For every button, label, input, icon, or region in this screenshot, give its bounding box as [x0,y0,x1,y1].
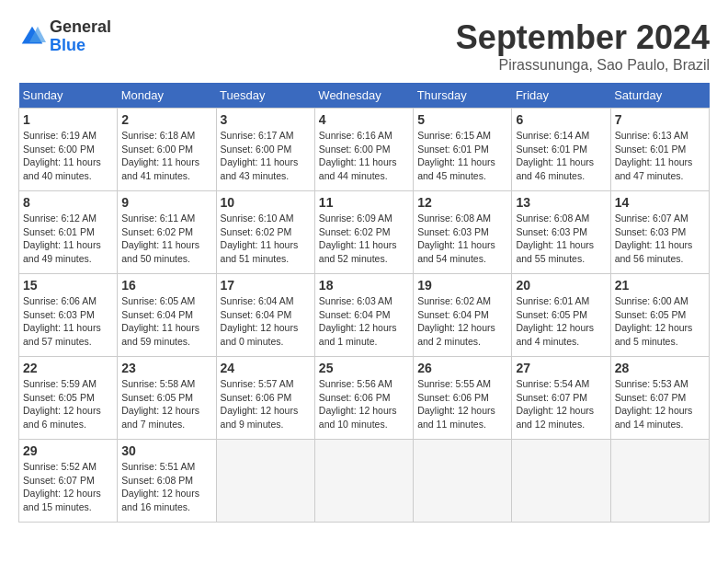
day-number: 9 [121,195,211,210]
weekday-header: Wednesday [314,83,413,109]
weekday-header: Thursday [414,83,512,109]
day-number: 15 [23,278,113,293]
logo-general-text: General [50,18,111,37]
calendar-cell: 4Sunrise: 6:16 AMSunset: 6:00 PMDaylight… [314,109,413,191]
calendar-cell [216,440,314,523]
day-number: 19 [417,278,507,293]
day-number: 29 [23,443,113,458]
day-number: 21 [615,278,705,293]
day-number: 14 [615,195,705,210]
day-info: Sunrise: 5:51 AMSunset: 6:08 PMDaylight:… [121,460,211,514]
day-info: Sunrise: 6:19 AMSunset: 6:00 PMDaylight:… [23,129,113,183]
day-number: 25 [319,361,409,375]
day-number: 18 [319,278,409,293]
logo-blue-text: Blue [50,37,111,55]
calendar-cell [512,440,610,523]
calendar-table: SundayMondayTuesdayWednesdayThursdayFrid… [18,83,710,523]
day-info: Sunrise: 6:03 AMSunset: 6:04 PMDaylight:… [319,294,409,349]
calendar-cell: 15Sunrise: 6:06 AMSunset: 6:03 PMDayligh… [19,274,118,357]
calendar-cell: 22Sunrise: 5:59 AMSunset: 6:05 PMDayligh… [19,357,118,440]
calendar-cell: 27Sunrise: 5:54 AMSunset: 6:07 PMDayligh… [512,357,610,440]
calendar-cell: 24Sunrise: 5:57 AMSunset: 6:06 PMDayligh… [216,357,314,440]
calendar-cell: 14Sunrise: 6:07 AMSunset: 6:03 PMDayligh… [610,191,709,274]
day-info: Sunrise: 6:15 AMSunset: 6:01 PMDaylight:… [417,129,507,183]
calendar-cell: 3Sunrise: 6:17 AMSunset: 6:00 PMDaylight… [216,109,314,191]
calendar-cell [610,440,709,523]
day-number: 16 [121,278,211,293]
week-row: 15Sunrise: 6:06 AMSunset: 6:03 PMDayligh… [19,274,710,357]
calendar-cell [314,440,413,523]
calendar-cell: 28Sunrise: 5:53 AMSunset: 6:07 PMDayligh… [610,357,709,440]
day-info: Sunrise: 6:04 AMSunset: 6:04 PMDaylight:… [221,294,311,349]
day-info: Sunrise: 6:10 AMSunset: 6:02 PMDaylight:… [221,212,311,266]
calendar-cell: 9Sunrise: 6:11 AMSunset: 6:02 PMDaylight… [118,191,216,274]
day-number: 28 [615,361,705,375]
calendar-cell: 30Sunrise: 5:51 AMSunset: 6:08 PMDayligh… [118,440,216,523]
calendar-cell: 20Sunrise: 6:01 AMSunset: 6:05 PMDayligh… [512,274,610,357]
day-info: Sunrise: 6:14 AMSunset: 6:01 PMDaylight:… [516,129,606,183]
logo-icon [18,23,46,51]
day-info: Sunrise: 5:57 AMSunset: 6:06 PMDaylight:… [221,377,311,431]
month-title: September 2024 [456,18,710,57]
weekday-header: Monday [118,83,216,109]
day-info: Sunrise: 5:56 AMSunset: 6:06 PMDaylight:… [319,377,409,431]
day-number: 4 [319,112,409,127]
day-number: 26 [417,361,507,375]
calendar-cell: 26Sunrise: 5:55 AMSunset: 6:06 PMDayligh… [414,357,512,440]
calendar-cell: 5Sunrise: 6:15 AMSunset: 6:01 PMDaylight… [414,109,512,191]
day-number: 17 [221,278,311,293]
day-number: 2 [121,112,211,127]
day-info: Sunrise: 5:58 AMSunset: 6:05 PMDaylight:… [121,377,211,431]
day-number: 24 [221,361,311,375]
calendar-cell: 19Sunrise: 6:02 AMSunset: 6:04 PMDayligh… [414,274,512,357]
weekday-header-row: SundayMondayTuesdayWednesdayThursdayFrid… [19,83,710,109]
calendar-cell: 7Sunrise: 6:13 AMSunset: 6:01 PMDaylight… [610,109,709,191]
calendar-cell: 1Sunrise: 6:19 AMSunset: 6:00 PMDaylight… [19,109,118,191]
day-info: Sunrise: 6:08 AMSunset: 6:03 PMDaylight:… [417,212,507,266]
day-number: 12 [417,195,507,210]
day-number: 22 [23,361,113,375]
page-header: General Blue September 2024 Pirassununga… [18,18,710,74]
calendar-cell: 25Sunrise: 5:56 AMSunset: 6:06 PMDayligh… [314,357,413,440]
day-number: 5 [417,112,507,127]
calendar-cell: 16Sunrise: 6:05 AMSunset: 6:04 PMDayligh… [118,274,216,357]
day-number: 3 [221,112,311,127]
week-row: 8Sunrise: 6:12 AMSunset: 6:01 PMDaylight… [19,191,710,274]
calendar-cell: 11Sunrise: 6:09 AMSunset: 6:02 PMDayligh… [314,191,413,274]
weekday-header: Saturday [610,83,709,109]
day-info: Sunrise: 6:05 AMSunset: 6:04 PMDaylight:… [121,294,211,349]
calendar-cell: 6Sunrise: 6:14 AMSunset: 6:01 PMDaylight… [512,109,610,191]
day-info: Sunrise: 6:13 AMSunset: 6:01 PMDaylight:… [615,129,705,183]
day-number: 23 [121,361,211,375]
day-info: Sunrise: 6:11 AMSunset: 6:02 PMDaylight:… [121,212,211,266]
day-info: Sunrise: 6:09 AMSunset: 6:02 PMDaylight:… [319,212,409,266]
day-info: Sunrise: 6:07 AMSunset: 6:03 PMDaylight:… [615,212,705,266]
calendar-cell: 12Sunrise: 6:08 AMSunset: 6:03 PMDayligh… [414,191,512,274]
day-number: 20 [516,278,606,293]
calendar-cell: 18Sunrise: 6:03 AMSunset: 6:04 PMDayligh… [314,274,413,357]
day-info: Sunrise: 6:12 AMSunset: 6:01 PMDaylight:… [23,212,113,266]
day-number: 27 [516,361,606,375]
day-number: 30 [121,443,211,458]
day-info: Sunrise: 6:00 AMSunset: 6:05 PMDaylight:… [615,294,705,349]
day-info: Sunrise: 6:16 AMSunset: 6:00 PMDaylight:… [319,129,409,183]
day-info: Sunrise: 6:18 AMSunset: 6:00 PMDaylight:… [121,129,211,183]
day-info: Sunrise: 6:02 AMSunset: 6:04 PMDaylight:… [417,294,507,349]
day-number: 8 [23,195,113,210]
weekday-header: Tuesday [216,83,314,109]
logo: General Blue [18,18,111,55]
day-info: Sunrise: 5:54 AMSunset: 6:07 PMDaylight:… [516,377,606,431]
day-number: 6 [516,112,606,127]
day-info: Sunrise: 5:53 AMSunset: 6:07 PMDaylight:… [615,377,705,431]
day-number: 7 [615,112,705,127]
calendar-cell [414,440,512,523]
day-info: Sunrise: 6:08 AMSunset: 6:03 PMDaylight:… [516,212,606,266]
title-block: September 2024 Pirassununga, Sao Paulo, … [456,18,710,74]
day-info: Sunrise: 6:01 AMSunset: 6:05 PMDaylight:… [516,294,606,349]
calendar-cell: 29Sunrise: 5:52 AMSunset: 6:07 PMDayligh… [19,440,118,523]
weekday-header: Friday [512,83,610,109]
calendar-cell: 13Sunrise: 6:08 AMSunset: 6:03 PMDayligh… [512,191,610,274]
day-info: Sunrise: 6:17 AMSunset: 6:00 PMDaylight:… [221,129,311,183]
calendar-cell: 10Sunrise: 6:10 AMSunset: 6:02 PMDayligh… [216,191,314,274]
week-row: 29Sunrise: 5:52 AMSunset: 6:07 PMDayligh… [19,440,710,523]
